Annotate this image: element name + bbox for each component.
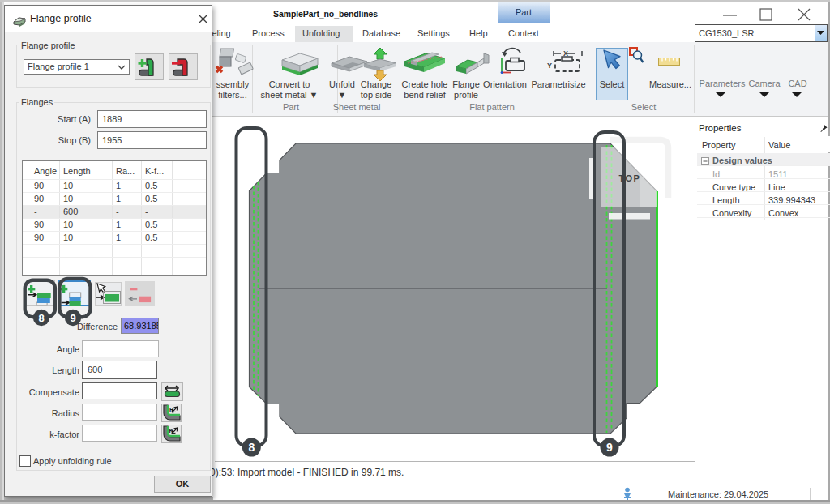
svg-text:9: 9 — [70, 312, 75, 324]
svg-text:8: 8 — [38, 312, 44, 324]
svg-text:TOP: TOP — [619, 173, 641, 183]
svg-text:9: 9 — [606, 441, 613, 454]
svg-text:8: 8 — [248, 441, 255, 454]
